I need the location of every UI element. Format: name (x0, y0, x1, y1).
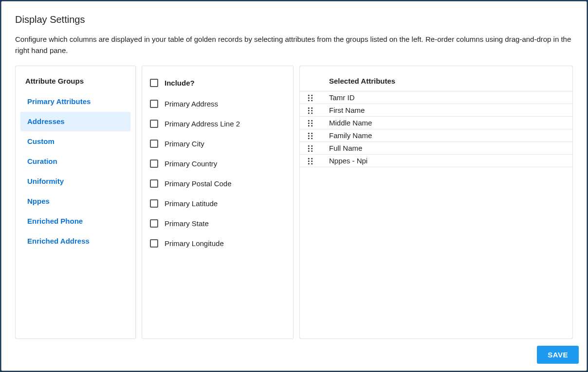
svg-point-14 (308, 123, 310, 124)
drag-handle-icon[interactable] (308, 120, 314, 126)
include-checkbox[interactable] (150, 120, 158, 128)
include-checkbox[interactable] (150, 140, 158, 148)
svg-point-1 (311, 94, 312, 96)
svg-point-28 (308, 150, 310, 152)
svg-point-24 (308, 145, 310, 146)
selected-attribute-item[interactable]: Full Name (300, 142, 572, 155)
drag-handle-icon[interactable] (308, 94, 314, 101)
selected-attribute-label: Family Name (329, 131, 372, 140)
include-attribute-label: Primary Postal Code (165, 179, 232, 188)
selected-attribute-label: Full Name (329, 144, 362, 152)
attribute-groups-title: Attribute Groups (19, 77, 131, 92)
group-item[interactable]: Custom (20, 132, 130, 151)
include-title: Include? (165, 79, 195, 87)
group-item[interactable]: Addresses (20, 112, 130, 131)
include-attribute-item: Primary Longitude (150, 233, 285, 253)
modal-title: Display Settings (15, 14, 573, 25)
svg-point-25 (311, 145, 312, 146)
svg-point-9 (311, 110, 312, 111)
selected-attribute-item[interactable]: Family Name (300, 129, 572, 142)
save-button[interactable]: SAVE (537, 346, 579, 364)
svg-point-17 (311, 125, 312, 126)
display-settings-modal: Display Settings Configure which columns… (1, 1, 587, 371)
include-panel: Include? Primary AddressPrimary Address … (142, 66, 294, 339)
modal-header: Display Settings Configure which columns… (1, 1, 587, 62)
include-attribute-label: Primary Country (165, 159, 217, 168)
svg-point-0 (308, 94, 310, 96)
include-checkbox[interactable] (150, 199, 158, 208)
selected-attributes-title: Selected Attributes (329, 77, 572, 85)
selected-attribute-item[interactable]: Middle Name (300, 117, 572, 129)
svg-point-2 (308, 97, 310, 99)
include-attribute-label: Primary City (165, 140, 204, 148)
svg-point-15 (311, 123, 312, 124)
include-attribute-label: Primary Longitude (165, 239, 224, 248)
modal-body: Attribute Groups Primary AttributesAddre… (1, 62, 587, 336)
svg-point-27 (311, 148, 312, 149)
attribute-groups-list: Primary AttributesAddressesCustomCuratio… (19, 92, 131, 251)
selected-attribute-label: First Name (329, 106, 365, 114)
include-attribute-list: Primary AddressPrimary Address Line 2Pri… (142, 94, 293, 253)
drag-handle-icon[interactable] (308, 107, 314, 114)
selected-attribute-label: Tamr ID (329, 93, 355, 102)
svg-point-20 (308, 135, 310, 137)
include-attribute-item: Primary Postal Code (150, 174, 285, 194)
include-all-checkbox[interactable] (150, 79, 158, 87)
include-attribute-item: Primary City (150, 134, 285, 154)
include-checkbox[interactable] (150, 239, 158, 248)
selected-attribute-item[interactable]: First Name (300, 104, 572, 117)
group-item[interactable]: Enriched Address (20, 231, 130, 250)
svg-point-31 (311, 158, 312, 159)
include-attribute-item: Primary Address (150, 94, 285, 114)
modal-footer: SAVE (1, 336, 587, 371)
include-attribute-item: Primary Latitude (150, 194, 285, 213)
svg-point-11 (311, 112, 312, 114)
group-item[interactable]: Enriched Phone (20, 212, 130, 230)
include-checkbox[interactable] (150, 159, 158, 168)
include-checkbox[interactable] (150, 219, 158, 228)
svg-point-5 (311, 100, 312, 101)
include-attribute-item: Primary Address Line 2 (150, 114, 285, 134)
svg-point-10 (308, 112, 310, 114)
selected-attributes-panel: Selected Attributes Tamr ID First Name M… (299, 66, 573, 339)
include-checkbox[interactable] (150, 179, 158, 188)
include-attribute-item: Primary State (150, 213, 285, 233)
svg-point-3 (311, 97, 312, 99)
svg-point-16 (308, 125, 310, 126)
svg-point-22 (308, 138, 310, 139)
include-attribute-label: Primary Address (165, 100, 218, 108)
svg-point-21 (311, 135, 312, 137)
drag-handle-icon[interactable] (308, 145, 314, 152)
include-attribute-label: Primary Latitude (165, 199, 218, 208)
selected-attribute-label: Nppes - Npi (329, 157, 368, 165)
selected-attribute-item[interactable]: Nppes - Npi (300, 155, 572, 167)
selected-header: Selected Attributes (300, 77, 572, 91)
svg-point-26 (308, 148, 310, 149)
include-attribute-item: Primary Country (150, 154, 285, 174)
include-checkbox[interactable] (150, 100, 158, 108)
include-attribute-label: Primary Address Line 2 (165, 120, 240, 128)
svg-point-7 (311, 107, 312, 108)
attribute-groups-panel: Attribute Groups Primary AttributesAddre… (15, 66, 136, 339)
group-item[interactable]: Uniformity (20, 172, 130, 191)
drag-handle-icon[interactable] (308, 132, 314, 139)
svg-point-23 (311, 138, 312, 139)
svg-point-34 (308, 163, 310, 164)
svg-point-13 (311, 120, 312, 121)
svg-point-6 (308, 107, 310, 108)
svg-point-35 (311, 163, 312, 164)
selected-attributes-list: Tamr ID First Name Middle Name Family Na… (300, 91, 572, 167)
svg-point-8 (308, 110, 310, 111)
group-item[interactable]: Nppes (20, 192, 130, 211)
svg-point-12 (308, 120, 310, 121)
group-item[interactable]: Primary Attributes (20, 92, 130, 111)
include-header: Include? (142, 75, 293, 94)
drag-handle-icon[interactable] (308, 158, 314, 164)
selected-attribute-item[interactable]: Tamr ID (300, 91, 572, 104)
modal-description: Configure which columns are displayed in… (15, 34, 573, 56)
svg-point-32 (308, 160, 310, 162)
selected-attribute-label: Middle Name (329, 119, 372, 127)
svg-point-33 (311, 160, 312, 162)
svg-point-19 (311, 132, 312, 134)
group-item[interactable]: Curation (20, 152, 130, 171)
